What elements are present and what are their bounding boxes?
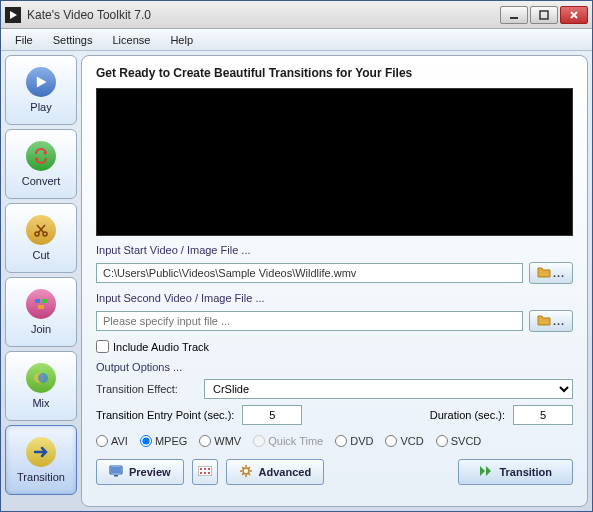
svg-rect-8 <box>35 299 40 303</box>
play-icon <box>26 67 56 97</box>
input-second-field[interactable] <box>96 311 523 331</box>
sidebar-item-mix[interactable]: Mix <box>5 351 77 421</box>
effect-select[interactable]: CrSlide <box>204 379 573 399</box>
mix-icon <box>26 363 56 393</box>
action-row: Preview Advanced Transition <box>96 459 573 485</box>
svg-rect-9 <box>42 299 47 303</box>
fast-forward-icon <box>479 465 493 479</box>
sidebar-item-join[interactable]: Join <box>5 277 77 347</box>
folder-icon <box>537 266 551 280</box>
svg-point-12 <box>38 373 48 383</box>
arrow-right-icon <box>26 437 56 467</box>
advanced-button[interactable]: Advanced <box>226 459 325 485</box>
folder-icon <box>537 314 551 328</box>
input-start-row: ... <box>96 262 573 284</box>
svg-rect-10 <box>38 305 44 309</box>
format-avi[interactable]: AVI <box>96 435 128 447</box>
format-svcd[interactable]: SVCD <box>436 435 482 447</box>
monitor-icon <box>109 465 123 479</box>
sidebar-label: Join <box>31 323 51 335</box>
close-button[interactable] <box>560 6 588 24</box>
sidebar-item-convert[interactable]: Convert <box>5 129 77 199</box>
format-mpeg[interactable]: MPEG <box>140 435 187 447</box>
sidebar-item-play[interactable]: Play <box>5 55 77 125</box>
entry-point-field[interactable] <box>242 405 302 425</box>
sidebar-item-cut[interactable]: Cut <box>5 203 77 273</box>
minimize-button[interactable] <box>500 6 528 24</box>
svg-marker-3 <box>37 76 47 87</box>
svg-rect-19 <box>208 468 210 470</box>
svg-rect-18 <box>204 468 206 470</box>
window-title: Kate's Video Toolkit 7.0 <box>27 8 500 22</box>
timing-row: Transition Entry Point (sec.): Duration … <box>96 405 573 425</box>
format-vcd[interactable]: VCD <box>385 435 423 447</box>
sidebar-item-transition[interactable]: Transition <box>5 425 77 495</box>
menu-license[interactable]: License <box>102 32 160 48</box>
svg-rect-17 <box>200 468 202 470</box>
svg-point-23 <box>243 468 249 474</box>
maximize-button[interactable] <box>530 6 558 24</box>
input-second-row: ... <box>96 310 573 332</box>
svg-rect-16 <box>198 466 212 476</box>
format-dvd[interactable]: DVD <box>335 435 373 447</box>
sidebar-label: Play <box>30 101 51 113</box>
sidebar-label: Convert <box>22 175 61 187</box>
browse-start-button[interactable]: ... <box>529 262 573 284</box>
svg-marker-24 <box>480 466 485 476</box>
browse-second-button[interactable]: ... <box>529 310 573 332</box>
ellipsis-icon: ... <box>553 267 565 279</box>
window-controls <box>500 6 588 24</box>
svg-marker-0 <box>10 11 17 19</box>
input-start-field[interactable] <box>96 263 523 283</box>
transition-button[interactable]: Transition <box>458 459 573 485</box>
filmstrip-icon <box>198 466 212 478</box>
preview-button[interactable]: Preview <box>96 459 184 485</box>
duration-label: Duration (sec.): <box>430 409 505 421</box>
body-area: Play Convert Cut Join Mix Transition <box>1 51 592 511</box>
svg-rect-1 <box>510 17 518 19</box>
sidebar-label: Cut <box>32 249 49 261</box>
svg-rect-20 <box>200 472 202 474</box>
menu-file[interactable]: File <box>5 32 43 48</box>
svg-rect-2 <box>540 11 548 19</box>
titlebar: Kate's Video Toolkit 7.0 <box>1 1 592 29</box>
gear-icon <box>239 464 253 480</box>
sidebar-label: Transition <box>17 471 65 483</box>
convert-icon <box>26 141 56 171</box>
format-row: AVI MPEG WMV Quick Time DVD VCD SVCD <box>96 435 573 447</box>
join-icon <box>26 289 56 319</box>
svg-rect-21 <box>204 472 206 474</box>
ellipsis-icon: ... <box>553 315 565 327</box>
output-options-label: Output Options ... <box>96 361 573 373</box>
main-panel: Get Ready to Create Beautiful Transition… <box>81 55 588 507</box>
format-quicktime: Quick Time <box>253 435 323 447</box>
sidebar-label: Mix <box>32 397 49 409</box>
svg-marker-25 <box>486 466 491 476</box>
app-window: Kate's Video Toolkit 7.0 File Settings L… <box>0 0 593 512</box>
sidebar: Play Convert Cut Join Mix Transition <box>5 55 77 507</box>
input-second-label: Input Second Video / Image File ... <box>96 292 573 304</box>
svg-rect-22 <box>208 472 210 474</box>
menu-settings[interactable]: Settings <box>43 32 103 48</box>
menubar: File Settings License Help <box>1 29 592 51</box>
duration-field[interactable] <box>513 405 573 425</box>
scissors-icon <box>26 215 56 245</box>
video-preview <box>96 88 573 236</box>
effect-label: Transition Effect: <box>96 383 196 395</box>
menu-help[interactable]: Help <box>160 32 203 48</box>
timeline-button[interactable] <box>192 459 218 485</box>
include-audio-label: Include Audio Track <box>113 341 209 353</box>
app-icon <box>5 7 21 23</box>
effect-row: Transition Effect: CrSlide <box>96 379 573 399</box>
format-wmv[interactable]: WMV <box>199 435 241 447</box>
entry-point-label: Transition Entry Point (sec.): <box>96 409 234 421</box>
svg-rect-15 <box>114 475 118 477</box>
panel-title: Get Ready to Create Beautiful Transition… <box>96 66 573 80</box>
svg-rect-14 <box>111 467 121 473</box>
input-start-label: Input Start Video / Image File ... <box>96 244 573 256</box>
include-audio-input[interactable] <box>96 340 109 353</box>
include-audio-checkbox[interactable]: Include Audio Track <box>96 340 573 353</box>
